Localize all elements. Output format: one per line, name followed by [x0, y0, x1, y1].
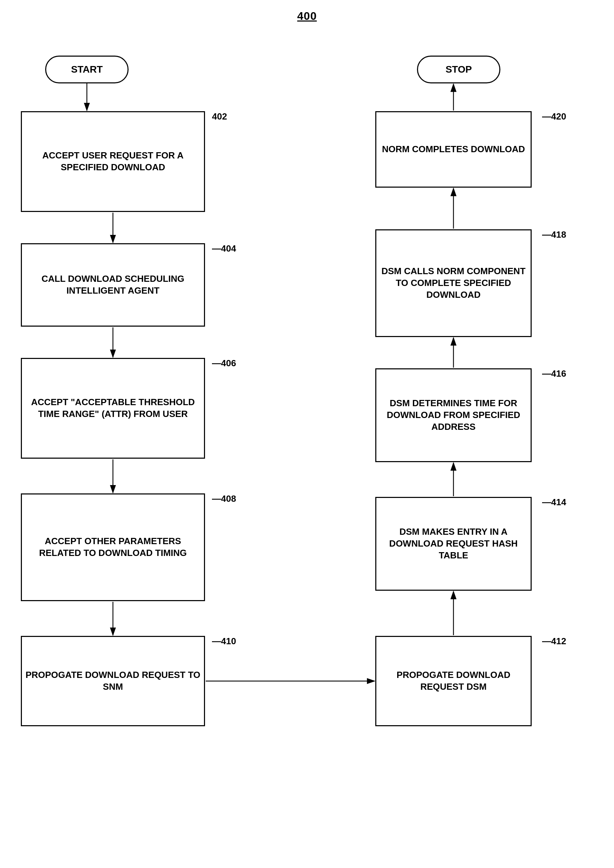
ref-420: —420 — [542, 111, 566, 122]
box-406: ACCEPT "ACCEPTABLE THRESHOLD TIME RANGE"… — [21, 358, 205, 459]
ref-416: —416 — [542, 368, 566, 379]
box-416: DSM DETERMINES TIME FOR DOWNLOAD FROM SP… — [375, 368, 532, 462]
box-418: DSM CALLS NORM COMPONENT TO COMPLETE SPE… — [375, 229, 532, 337]
ref-418: —418 — [542, 229, 566, 240]
box-402: ACCEPT USER REQUEST FOR A SPECIFIED DOWN… — [21, 111, 205, 212]
ref-414: —414 — [542, 497, 566, 508]
box-408: ACCEPT OTHER PARAMETERS RELATED TO DOWNL… — [21, 493, 205, 601]
start-oval: START — [45, 56, 129, 84]
box-420: NORM COMPLETES DOWNLOAD — [375, 111, 532, 188]
page-title: 400 — [297, 10, 316, 23]
ref-404: —404 — [212, 243, 236, 254]
ref-408: —408 — [212, 493, 236, 504]
stop-oval: STOP — [417, 56, 500, 84]
ref-412: —412 — [542, 636, 566, 647]
ref-402: 402 — [212, 111, 227, 122]
box-412: PROPOGATE DOWNLOAD REQUEST DSM — [375, 636, 532, 726]
ref-406: —406 — [212, 358, 236, 369]
box-414: DSM MAKES ENTRY IN A DOWNLOAD REQUEST HA… — [375, 497, 532, 591]
box-410: PROPOGATE DOWNLOAD REQUEST TO SNM — [21, 636, 205, 726]
ref-410: —410 — [212, 636, 236, 647]
box-404: CALL DOWNLOAD SCHEDULING INTELLIGENT AGE… — [21, 243, 205, 327]
